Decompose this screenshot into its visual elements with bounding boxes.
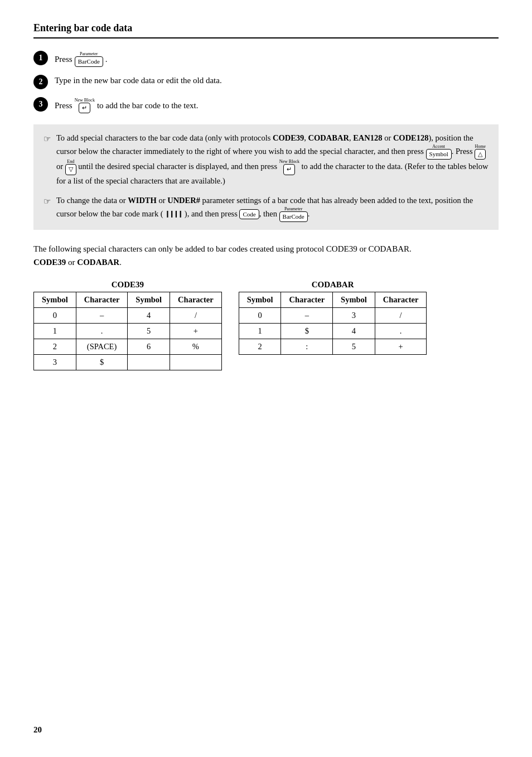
codabar-title: CODABAR [239,280,427,290]
cell: 5 [333,339,375,355]
cell: 2 [239,339,281,355]
step-2: 2 Type in the new bar code data or edit … [33,75,499,89]
step-1: 1 Press Parameter BarCode . [33,51,499,67]
step-2-number: 2 [33,75,48,89]
note-2: ☞ To change the data or WIDTH or UNDER# … [43,195,489,222]
cell: : [281,339,333,355]
note-1-text: To add special characters to the bar cod… [56,132,489,187]
cell: 3 [34,355,76,370]
cell: (SPACE) [76,339,128,355]
step-1-key-main: BarCode [75,56,103,67]
step-1-text-after: . [105,55,108,64]
step-2-content: Type in the new bar code data or edit th… [55,75,222,85]
cell: + [375,339,427,355]
code39-title: CODE39 [33,280,222,290]
cell: $ [76,355,128,370]
cell: 2 [34,339,76,355]
codabar-col-symbol1: Symbol [239,292,281,308]
note-1-icon: ☞ [43,133,51,146]
step-3-key-top: New Block [75,98,95,103]
cell: + [170,324,222,339]
table-row: 0 – 3 / [239,308,427,324]
cell: 3 [333,308,375,324]
note-2-icon: ☞ [43,195,51,208]
step-3-content: Press New Block ↵ to add the bar code to… [55,97,199,113]
down-key: End▽ [65,160,76,175]
cell: 4 [333,324,375,339]
code39-group: CODE39 Symbol Character Symbol Character… [33,280,222,370]
page-number: 20 [33,725,42,735]
cell [128,355,170,370]
cell: . [375,324,427,339]
codabar-table: Symbol Character Symbol Character 0 – 3 … [239,292,427,355]
enter-key-1: New Block↵ [279,160,299,175]
cell: – [76,308,128,324]
code39-col-char1: Character [76,292,128,308]
cell: – [281,308,333,324]
note-2-text: To change the data or WIDTH or UNDER# pa… [56,195,489,222]
code39-col-symbol1: Symbol [34,292,76,308]
description-paragraph: The following special characters can onl… [33,242,499,269]
tables-wrapper: CODE39 Symbol Character Symbol Character… [33,280,499,370]
cell: 4 [128,308,170,324]
table-row: 2 : 5 + [239,339,427,355]
code39-col-symbol2: Symbol [128,292,170,308]
step-1-key: Parameter BarCode [75,52,103,67]
step-3-text-after: to add the bar code to the text. [97,101,199,110]
codabar-group: CODABAR Symbol Character Symbol Characte… [239,280,427,355]
code39-table: Symbol Character Symbol Character 0 – 4 … [33,292,222,370]
step-1-number: 1 [33,51,48,65]
codabar-col-symbol2: Symbol [333,292,375,308]
cell: 6 [128,339,170,355]
step-3-key: New Block ↵ [75,98,95,113]
codabar-col-char2: Character [375,292,427,308]
step-3-number: 3 [33,97,48,112]
notes-box: ☞ To add special characters to the bar c… [33,124,499,230]
tables-section: CODE39 Symbol Character Symbol Character… [33,280,499,370]
page-title: Entering bar code data [33,22,499,38]
table-row: 1 . 5 + [34,324,222,339]
code39-col-char2: Character [170,292,222,308]
cell: 5 [128,324,170,339]
table-row: 0 – 4 / [34,308,222,324]
codabar-col-char1: Character [281,292,333,308]
cell: % [170,339,222,355]
cell: . [76,324,128,339]
step-2-text: Type in the new bar code data or edit th… [55,76,222,85]
cell [170,355,222,370]
step-3-text-before: Press [55,101,72,110]
step-1-key-top: Parameter [80,52,98,56]
step-3: 3 Press New Block ↵ to add the bar code … [33,97,499,113]
cell: 0 [239,308,281,324]
cell: 1 [34,324,76,339]
cell: 1 [239,324,281,339]
cell: 0 [34,308,76,324]
table-row: 2 (SPACE) 6 % [34,339,222,355]
symbol-key: AccentSymbol [426,144,452,160]
barcode-key: ParameterBarCode [279,207,308,222]
cell: / [375,308,427,324]
up-key: Home△ [475,144,486,160]
cell: $ [281,324,333,339]
step-1-text-before: Press [55,55,72,64]
step-3-key-main: ↵ [79,103,90,113]
step-1-content: Press Parameter BarCode . [55,51,108,67]
code-key: Code [239,209,259,219]
note-1: ☞ To add special characters to the bar c… [43,132,489,187]
table-row: 3 $ [34,355,222,370]
table-row: 1 $ 4 . [239,324,427,339]
cell: / [170,308,222,324]
steps-container: 1 Press Parameter BarCode . 2 Type in th… [33,51,499,113]
